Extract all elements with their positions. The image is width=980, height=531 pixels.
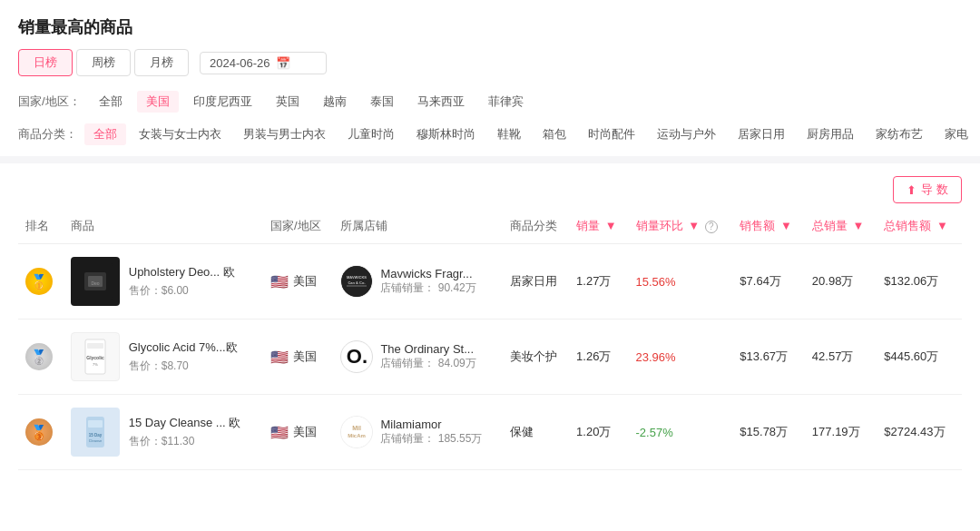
store-sales-3: 店铺销量： 185.55万 (380, 431, 482, 447)
store-logo-2: O. (340, 340, 373, 373)
cat-shoes[interactable]: 鞋靴 (488, 123, 530, 145)
revenue-cell-1: $7.64万 (732, 244, 805, 320)
cat-appliances[interactable]: 家电 (936, 123, 977, 145)
cat-kids-fashion[interactable]: 儿童时尚 (338, 123, 404, 145)
svg-text:7%: 7% (93, 362, 98, 367)
tab-monthly[interactable]: 月榜 (134, 49, 189, 76)
svg-text:MAVWICKS: MAVWICKS (347, 275, 367, 280)
svg-text:Cleanse: Cleanse (88, 438, 102, 443)
svg-text:Can & Co.: Can & Co. (348, 280, 366, 285)
tab-weekly[interactable]: 周榜 (76, 49, 131, 76)
total-revenue-cell-2: $445.60万 (877, 320, 962, 395)
svg-point-18 (341, 417, 372, 447)
sales-cell-1: 1.27万 (569, 244, 628, 320)
sales-pct-cell-2: 23.96% (629, 320, 733, 395)
svg-rect-10 (87, 343, 103, 349)
sales-pct-val-1: 15.56% (636, 275, 676, 289)
col-category: 商品分类 (503, 209, 570, 244)
cat-men-fashion[interactable]: 男装与男士内衣 (234, 123, 335, 145)
mavwicks-logo-1: MAVWICKS Can & Co. (341, 265, 372, 298)
region-all[interactable]: 全部 (90, 91, 132, 113)
flag-2: 🇺🇸 (270, 349, 289, 366)
country-cell-3: 🇺🇸 美国 (263, 395, 333, 470)
cat-muslim-fashion[interactable]: 穆斯林时尚 (407, 123, 485, 145)
cat-kitchen[interactable]: 厨房用品 (798, 123, 863, 145)
products-table: 排名 商品 国家/地区 所属店铺 商品分类 销量 ▼ 销量环比 ▼ ? (18, 209, 962, 470)
col-country: 国家/地区 (263, 209, 333, 244)
table-row: 🥇 Deo (18, 244, 962, 320)
rank-emoji-2: 🥈 (30, 349, 48, 366)
col-total-revenue[interactable]: 总销售额 ▼ (877, 209, 962, 244)
product-cell-3: 15 Day Cleanse 15 Day Cleanse ... 欧 售价：$… (64, 395, 263, 470)
region-usa[interactable]: 美国 (137, 91, 179, 113)
cat-home[interactable]: 居家日用 (729, 123, 794, 145)
rank-badge-3: 🥉 (25, 418, 53, 446)
rank-badge-1: 🥇 (25, 268, 53, 295)
sales-pct-val-2: 23.96% (636, 350, 676, 364)
table-row: 🥈 Glycolic 7% (18, 320, 962, 395)
tab-daily[interactable]: 日榜 (18, 49, 73, 76)
country-name-1: 美国 (293, 273, 317, 290)
col-sales[interactable]: 销量 ▼ (569, 209, 628, 244)
cat-accessories[interactable]: 时尚配件 (579, 123, 644, 145)
store-info-2: O. The Ordinary St... 店铺销量： 84.09万 (340, 340, 495, 373)
page-container: 销量最高的商品 日榜 周榜 月榜 2024-06-26 📅 国家/地区： 全部 … (0, 0, 980, 470)
sales-cell-3: 1.20万 (569, 395, 628, 470)
country-name-3: 美国 (293, 424, 317, 440)
product-price-2: 售价：$8.70 (129, 359, 238, 374)
product-image-2: Glycolic 7% (71, 332, 120, 381)
cat-luggage[interactable]: 箱包 (534, 123, 575, 145)
svg-text:MicAm: MicAm (348, 433, 367, 438)
store-details-3: Milamiamor 店铺销量： 185.55万 (380, 418, 482, 447)
revenue-cell-2: $13.67万 (732, 320, 805, 395)
flag-1: 🇺🇸 (270, 273, 289, 290)
country-cell-1: 🇺🇸 美国 (263, 244, 333, 320)
total-sales-cell-1: 20.98万 (805, 244, 877, 320)
cat-women-fashion[interactable]: 女装与女士内衣 (130, 123, 230, 145)
region-label: 国家/地区： (18, 93, 81, 110)
region-philippines[interactable]: 菲律宾 (479, 91, 533, 113)
sort-arrow-pct: ▼ (688, 219, 700, 232)
sales-pct-cell-1: 15.56% (629, 244, 733, 320)
region-thailand[interactable]: 泰国 (361, 91, 403, 113)
date-picker[interactable]: 2024-06-26 📅 (200, 52, 327, 74)
export-icon: ⬆ (906, 183, 916, 197)
svg-rect-15 (88, 420, 103, 428)
store-info-1: MAVWICKS Can & Co. Mavwicks Fragr... 店铺销… (340, 265, 495, 298)
page-title: 销量最高的商品 (0, 0, 980, 49)
export-button[interactable]: ⬆ 导 数 (893, 176, 962, 203)
cat-textiles[interactable]: 家纺布艺 (867, 123, 932, 145)
date-value: 2024-06-26 (210, 56, 270, 70)
store-cell-2: O. The Ordinary St... 店铺销量： 84.09万 (333, 320, 502, 395)
svg-text:15 Day: 15 Day (88, 433, 102, 438)
country-info-2: 🇺🇸 美国 (270, 349, 326, 366)
ordinary-logo-text: O. (347, 345, 368, 369)
help-icon-pct[interactable]: ? (705, 221, 718, 233)
product-image-3: 15 Day Cleanse (71, 408, 120, 457)
svg-text:Glycolic: Glycolic (86, 355, 104, 360)
region-uk[interactable]: 英国 (267, 91, 309, 113)
country-cell-2: 🇺🇸 美国 (263, 320, 333, 395)
store-details-2: The Ordinary St... 店铺销量： 84.09万 (380, 342, 475, 371)
col-rank: 排名 (18, 209, 64, 244)
product-name-text-2: Glycolic Acid 7%...欧 (129, 340, 238, 354)
col-total-sales[interactable]: 总销量 ▼ (805, 209, 877, 244)
cat-all[interactable]: 全部 (84, 123, 126, 145)
col-sales-pct[interactable]: 销量环比 ▼ ? (629, 209, 733, 244)
cat-sports[interactable]: 运动与户外 (648, 123, 725, 145)
store-sales-label-2: 店铺销量： (380, 357, 435, 369)
product-text-3: 15 Day Cleanse ... 欧 售价：$11.30 (129, 415, 241, 449)
mila-svg: Mil MicAm (341, 417, 372, 447)
col-revenue[interactable]: 销售额 ▼ (732, 209, 805, 244)
product-image-1: Deo (71, 257, 120, 306)
region-vietnam[interactable]: 越南 (314, 91, 356, 113)
country-name-2: 美国 (293, 349, 317, 365)
store-name-2: The Ordinary St... (380, 342, 475, 356)
product-name-3: 15 Day Cleanse ... 欧 (129, 415, 241, 431)
rank-cell-3: 🥉 (18, 395, 64, 470)
region-indonesia[interactable]: 印度尼西亚 (184, 91, 261, 113)
region-malaysia[interactable]: 马来西亚 (408, 91, 474, 113)
product-text-2: Glycolic Acid 7%...欧 售价：$8.70 (129, 339, 238, 374)
product-price-1: 售价：$6.00 (129, 283, 235, 299)
flag-3: 🇺🇸 (270, 424, 289, 441)
